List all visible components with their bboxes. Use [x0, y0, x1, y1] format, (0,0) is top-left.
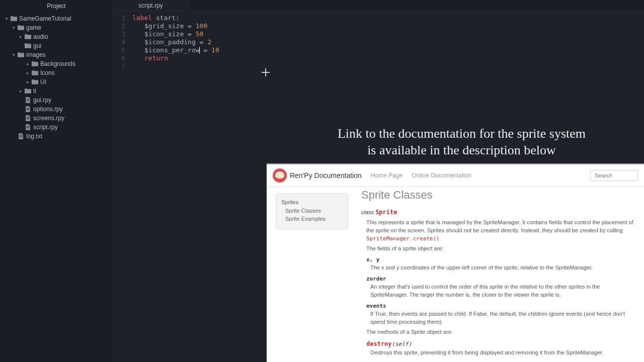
chevron-right-icon: ▸ [25, 79, 30, 84]
folder-icon [17, 25, 24, 31]
sidebar-title: Project [0, 0, 113, 12]
fields-intro: The fields of a sprite object are: [366, 245, 635, 253]
file-icon [24, 124, 31, 130]
folder-icon [24, 43, 31, 49]
text-caret-icon [265, 68, 266, 76]
doc-nav-sprite-classes[interactable]: Sprite Classes [281, 207, 343, 215]
nav-home-link[interactable]: Home Page [371, 172, 403, 179]
field-events: events [366, 302, 635, 310]
tree-folder-tl[interactable]: ▸ tl [0, 86, 113, 96]
doc-nav-sprites[interactable]: Sprites [281, 198, 343, 207]
tree-file-guirpy[interactable]: gui.rpy [0, 96, 113, 105]
tree-folder-backgrounds[interactable]: ▸ Backgrounds [0, 59, 113, 68]
tree-folder-game[interactable]: ▾ game [0, 23, 113, 32]
tree-folder-ui[interactable]: ▸ UI [0, 77, 113, 86]
folder-icon [17, 52, 24, 58]
methods-intro: The methods of a Sprite object are: [366, 328, 635, 336]
chevron-right-icon: ▸ [18, 34, 23, 39]
search-box [590, 170, 638, 181]
chevron-down-icon: ▾ [4, 16, 9, 21]
file-tree: ▾ SameGameTutorial ▾ game ▸ audio gui ▾ [0, 12, 113, 143]
folder-icon [10, 16, 17, 22]
method-destroy: destroy(self) [366, 340, 635, 348]
chevron-down-icon: ▾ [11, 25, 16, 30]
nav-online-link[interactable]: Online Documentation [412, 172, 471, 179]
chevron-right-icon: ▸ [25, 61, 30, 66]
documentation-browser: Ren'Py Documentation Home Page Online Do… [267, 163, 644, 362]
folder-icon [31, 79, 38, 85]
folder-icon [24, 88, 31, 94]
tree-root[interactable]: ▾ SameGameTutorial [0, 14, 113, 23]
doc-heading: Sprite Classes [361, 187, 635, 203]
chevron-right-icon: ▸ [18, 88, 23, 94]
folder-icon [31, 70, 38, 76]
file-icon [17, 133, 24, 139]
overlay-caption: Link to the documentation for the sprite… [279, 126, 644, 158]
tree-folder-images[interactable]: ▾ images [0, 50, 113, 59]
doc-brand: Ren'Py Documentation [290, 171, 362, 179]
field-xy: x, y [366, 256, 635, 264]
field-zorder-desc: An integer that's used to control the or… [370, 283, 635, 299]
tree-file-logtxt[interactable]: log.txt [0, 132, 113, 141]
doc-sidebar: Sprites Sprite Classes Sprite Examples [267, 187, 352, 362]
code-content[interactable]: label start: $grid_size = 100 $icon_size… [128, 12, 219, 362]
folder-icon [31, 61, 38, 67]
chevron-down-icon: ▾ [11, 52, 16, 57]
chevron-right-icon: ▸ [25, 70, 30, 75]
field-xy-desc: The x and y coordinates of the upper-lef… [370, 264, 635, 272]
renpy-logo-icon [273, 168, 287, 183]
tab-bar: script.rpy [113, 0, 644, 12]
tree-file-scriptrpy[interactable]: script.rpy [0, 123, 113, 132]
project-sidebar: Project ▾ SameGameTutorial ▾ game ▸ audi… [0, 0, 113, 362]
folder-icon [24, 34, 31, 40]
field-zorder: zorder [366, 275, 635, 283]
doc-navbar: Ren'Py Documentation Home Page Online Do… [267, 164, 644, 187]
tree-file-screensrpy[interactable]: screens.rpy [0, 114, 113, 123]
file-icon [24, 97, 31, 103]
file-icon [24, 115, 31, 121]
doc-content: Sprite Classes class Sprite This represe… [352, 187, 644, 362]
field-events-desc: If True, then events are passed to child… [370, 310, 635, 326]
sprite-description: This represents a sprite that is managed… [366, 219, 635, 243]
class-sprite: class Sprite [361, 208, 635, 217]
doc-nav-sprite-examples[interactable]: Sprite Examples [281, 215, 343, 223]
file-icon [24, 106, 31, 112]
text-cursor [199, 47, 200, 54]
tab-scriptrpy[interactable]: script.rpy [113, 0, 189, 11]
line-numbers: 1 2 3 4 5 6 7 [113, 12, 128, 362]
search-input[interactable] [590, 170, 638, 181]
tree-folder-icons[interactable]: ▸ Icons [0, 68, 113, 77]
tree-folder-audio[interactable]: ▸ audio [0, 32, 113, 41]
method-destroy-desc: Destroys this sprite, preventing it from… [370, 349, 635, 357]
tree-file-optionsrpy[interactable]: options.rpy [0, 105, 113, 114]
tree-folder-gui[interactable]: gui [0, 41, 113, 50]
